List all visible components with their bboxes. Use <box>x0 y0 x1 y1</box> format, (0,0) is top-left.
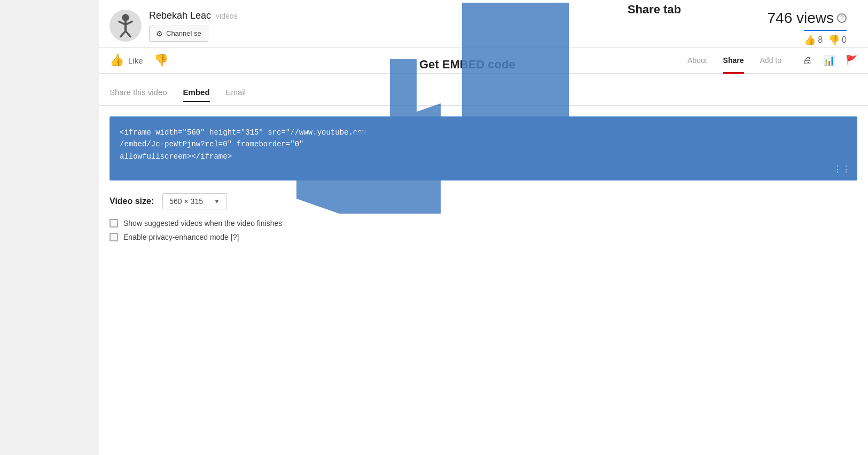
video-size-select[interactable]: 560 × 315 ▼ <box>162 193 227 209</box>
views-count: 746 views ? <box>767 10 847 27</box>
video-size-value: 560 × 315 <box>169 197 203 206</box>
dislikes-number: 0 <box>842 35 847 45</box>
dislike-button[interactable]: 👎 <box>154 53 168 67</box>
checkbox-suggested-videos[interactable] <box>110 219 118 228</box>
thumbs-down-icon: 👎 <box>828 34 840 46</box>
likes-dislikes: 👍 8 👎 0 <box>804 30 847 46</box>
action-icons: 🖨 📊 🚩 <box>803 54 857 66</box>
tab-add-to[interactable]: Add to <box>760 52 781 69</box>
checkbox-suggested-videos-label: Show suggested videos when the video fin… <box>123 219 282 228</box>
share-this-video-tab[interactable]: Share this video <box>110 84 167 100</box>
embed-section: <iframe width="560" height="315" src="//… <box>99 106 868 257</box>
channel-name: Rebekah Leac videos <box>149 10 238 21</box>
channel-name-text: Rebekah Leac <box>149 10 211 21</box>
share-tabs: Share this video Embed Email <box>110 84 857 100</box>
action-bar: 👍 Like 👎 About Share Add to 🖨 📊 🚩 <box>99 48 868 74</box>
embed-code-box[interactable]: <iframe width="560" height="315" src="//… <box>110 116 857 181</box>
views-help-icon[interactable]: ? <box>837 13 847 23</box>
share-section: Share this video Embed Email <box>99 74 868 106</box>
like-button[interactable]: 👍 Like <box>110 53 143 67</box>
resize-handle-icon: ⋮⋮ <box>833 164 850 175</box>
channel-header: Rebekah Leac videos ⚙ Channel se 746 vie… <box>99 0 868 48</box>
views-section: 746 views ? 👍 8 👎 0 <box>767 10 847 46</box>
email-tab-label: Email <box>226 88 246 97</box>
dislike-count: 👎 0 <box>828 34 847 46</box>
channel-settings-button[interactable]: ⚙ Channel se <box>149 26 208 42</box>
thumbs-up-icon: 👍 <box>804 34 816 46</box>
svg-line-4 <box>120 31 126 37</box>
tab-share[interactable]: Share <box>723 52 744 69</box>
checkbox-row-2: Enable privacy-enhanced mode [?] <box>110 233 857 241</box>
embed-code-text: <iframe width="560" height="315" src="//… <box>120 127 847 162</box>
channel-settings-label: Channel se <box>166 29 201 37</box>
embed-code-line1: <iframe width="560" height="315" src="//… <box>120 128 366 137</box>
share-this-video-label: Share this video <box>110 88 167 97</box>
action-tabs: About Share Add to <box>687 52 781 69</box>
email-tab[interactable]: Email <box>226 84 246 100</box>
embed-code-line2: /embed/Jc-peWtPjnw?rel=0" frameborder="0… <box>120 140 303 148</box>
main-content: Rebekah Leac videos ⚙ Channel se 746 vie… <box>99 0 868 455</box>
likes-number: 8 <box>818 35 823 45</box>
checkbox-row-1: Show suggested videos when the video fin… <box>110 219 857 228</box>
checkbox-privacy-mode[interactable] <box>110 233 118 241</box>
svg-line-5 <box>126 31 131 37</box>
tab-about[interactable]: About <box>687 52 707 69</box>
print-icon[interactable]: 🖨 <box>803 55 812 66</box>
channel-subtitle: videos <box>216 12 237 20</box>
like-thumb-icon: 👍 <box>110 53 124 67</box>
left-sidebar <box>0 0 99 455</box>
like-count: 👍 8 <box>804 34 823 46</box>
channel-info: Rebekah Leac videos ⚙ Channel se <box>149 10 238 42</box>
embed-tab[interactable]: Embed <box>183 84 210 100</box>
svg-point-0 <box>122 14 129 21</box>
flag-icon[interactable]: 🚩 <box>846 54 857 66</box>
embed-code-line3: allowfullscreen></iframe> <box>120 152 232 161</box>
channel-avatar <box>110 10 142 42</box>
views-count-text: 746 views <box>767 10 834 27</box>
embed-tab-label: Embed <box>183 88 210 97</box>
gear-icon: ⚙ <box>156 29 163 38</box>
chart-icon[interactable]: 📊 <box>823 54 835 66</box>
dropdown-arrow-icon: ▼ <box>214 198 220 205</box>
video-size-row: Video size: 560 × 315 ▼ <box>110 193 857 209</box>
video-size-label: Video size: <box>110 197 154 206</box>
checkbox-privacy-mode-label: Enable privacy-enhanced mode [?] <box>123 233 239 241</box>
like-label: Like <box>128 56 143 65</box>
